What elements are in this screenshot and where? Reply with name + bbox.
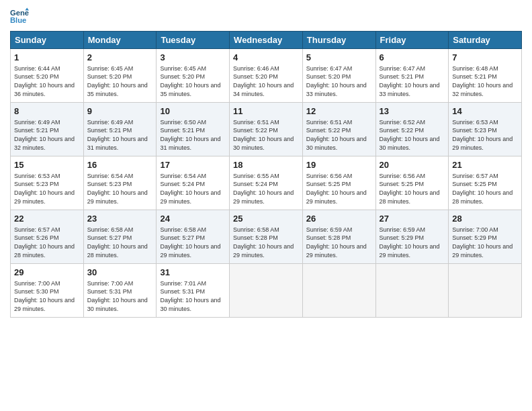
day-sunrise: Sunrise: 6:47 AM (380, 65, 426, 72)
day-sunrise: Sunrise: 6:46 AM (233, 65, 279, 72)
calendar-cell (375, 264, 449, 318)
day-sunrise: Sunrise: 6:45 AM (160, 65, 206, 72)
day-sunrise: Sunrise: 6:59 AM (380, 226, 426, 233)
week-row-2: 8Sunrise: 6:49 AMSunset: 5:21 PMDaylight… (11, 103, 522, 156)
day-number: 14 (452, 105, 518, 118)
day-number: 8 (14, 105, 80, 118)
day-daylight-label: Daylight: 10 hours and 36 minutes. (14, 82, 75, 97)
day-daylight-label: Daylight: 10 hours and 29 minutes. (306, 243, 367, 259)
day-number: 13 (380, 105, 445, 118)
weekday-header-row: SundayMondayTuesdayWednesdayThursdayFrid… (11, 32, 522, 49)
weekday-header-tuesday: Tuesday (157, 32, 230, 49)
day-sunset: Sunset: 5:31 PM (160, 288, 205, 295)
calendar-cell: 16Sunrise: 6:54 AMSunset: 5:23 PMDayligh… (83, 156, 157, 210)
day-sunrise: Sunrise: 6:48 AM (452, 65, 498, 72)
day-sunset: Sunset: 5:24 PM (233, 181, 278, 187)
day-daylight-label: Daylight: 10 hours and 29 minutes. (306, 189, 367, 205)
day-daylight-label: Daylight: 10 hours and 29 minutes. (14, 297, 75, 312)
day-number: 29 (14, 267, 80, 279)
day-daylight-label: Daylight: 10 hours and 29 minutes. (14, 189, 75, 205)
day-sunset: Sunset: 5:27 PM (160, 234, 205, 241)
calendar-cell: 10Sunrise: 6:50 AMSunset: 5:21 PMDayligh… (157, 103, 230, 156)
day-number: 1 (14, 52, 80, 64)
day-sunset: Sunset: 5:21 PM (87, 127, 132, 134)
calendar-page: General Blue SundayMondayTuesdayWednesda… (0, 0, 532, 411)
day-number: 21 (452, 159, 518, 171)
day-sunset: Sunset: 5:25 PM (306, 181, 351, 187)
day-number: 6 (380, 52, 445, 64)
day-daylight-label: Daylight: 10 hours and 30 minutes. (380, 136, 440, 151)
day-sunset: Sunset: 5:31 PM (87, 288, 132, 295)
day-daylight-label: Daylight: 10 hours and 31 minutes. (87, 136, 148, 151)
day-sunrise: Sunrise: 7:01 AM (160, 280, 206, 287)
day-sunset: Sunset: 5:25 PM (452, 181, 497, 187)
calendar-cell: 4Sunrise: 6:46 AMSunset: 5:20 PMDaylight… (230, 49, 303, 103)
week-row-4: 22Sunrise: 6:57 AMSunset: 5:26 PMDayligh… (11, 210, 522, 264)
day-sunset: Sunset: 5:21 PM (452, 73, 497, 80)
day-daylight-label: Daylight: 10 hours and 29 minutes. (233, 189, 294, 205)
day-daylight-label: Daylight: 10 hours and 32 minutes. (14, 136, 75, 151)
day-sunset: Sunset: 5:24 PM (160, 181, 205, 187)
calendar-cell: 29Sunrise: 7:00 AMSunset: 5:30 PMDayligh… (11, 264, 84, 318)
day-sunrise: Sunrise: 7:00 AM (14, 280, 60, 287)
svg-text:Blue: Blue (10, 16, 26, 24)
day-number: 9 (87, 105, 153, 118)
day-number: 31 (160, 267, 226, 279)
day-sunset: Sunset: 5:25 PM (380, 181, 425, 187)
day-sunset: Sunset: 5:21 PM (160, 127, 205, 134)
day-number: 22 (14, 213, 80, 225)
calendar-cell: 13Sunrise: 6:52 AMSunset: 5:22 PMDayligh… (375, 103, 449, 156)
day-number: 4 (233, 52, 299, 64)
day-number: 28 (452, 213, 518, 225)
day-sunset: Sunset: 5:23 PM (14, 181, 59, 187)
calendar-cell: 15Sunrise: 6:53 AMSunset: 5:23 PMDayligh… (11, 156, 84, 210)
day-number: 2 (87, 52, 153, 64)
day-sunrise: Sunrise: 6:47 AM (306, 65, 353, 72)
weekday-header-sunday: Sunday (11, 32, 84, 49)
calendar-cell: 2Sunrise: 6:45 AMSunset: 5:20 PMDaylight… (83, 49, 157, 103)
day-number: 20 (380, 159, 445, 171)
day-number: 10 (160, 105, 226, 118)
calendar-cell: 20Sunrise: 6:56 AMSunset: 5:25 PMDayligh… (375, 156, 449, 210)
calendar-cell: 17Sunrise: 6:54 AMSunset: 5:24 PMDayligh… (157, 156, 230, 210)
logo: General Blue (10, 7, 32, 26)
day-daylight-label: Daylight: 10 hours and 31 minutes. (160, 136, 220, 151)
day-sunset: Sunset: 5:29 PM (380, 234, 425, 241)
week-row-3: 15Sunrise: 6:53 AMSunset: 5:23 PMDayligh… (11, 156, 522, 210)
day-daylight-label: Daylight: 10 hours and 28 minutes. (87, 243, 148, 259)
day-sunset: Sunset: 5:20 PM (87, 73, 132, 80)
day-number: 18 (233, 159, 299, 171)
day-sunset: Sunset: 5:30 PM (14, 288, 59, 295)
day-number: 24 (160, 213, 226, 225)
day-number: 23 (87, 213, 153, 225)
day-daylight-label: Daylight: 10 hours and 29 minutes. (233, 243, 294, 259)
day-daylight-label: Daylight: 10 hours and 30 minutes. (306, 136, 367, 151)
day-daylight-label: Daylight: 10 hours and 33 minutes. (380, 82, 440, 97)
day-sunrise: Sunrise: 6:52 AM (380, 119, 426, 126)
day-daylight-label: Daylight: 10 hours and 35 minutes. (160, 82, 220, 97)
calendar-cell: 1Sunrise: 6:44 AMSunset: 5:20 PMDaylight… (11, 49, 84, 103)
calendar-cell (230, 264, 303, 318)
calendar-table: SundayMondayTuesdayWednesdayThursdayFrid… (10, 31, 522, 318)
day-sunset: Sunset: 5:22 PM (306, 127, 351, 134)
logo-icon: General Blue (10, 7, 29, 26)
day-sunset: Sunset: 5:22 PM (380, 127, 425, 134)
week-row-1: 1Sunrise: 6:44 AMSunset: 5:20 PMDaylight… (11, 49, 522, 103)
day-sunset: Sunset: 5:22 PM (233, 127, 278, 134)
day-sunset: Sunset: 5:23 PM (87, 181, 132, 187)
calendar-cell: 21Sunrise: 6:57 AMSunset: 5:25 PMDayligh… (449, 156, 522, 210)
day-number: 27 (380, 213, 445, 225)
day-daylight-label: Daylight: 10 hours and 33 minutes. (306, 82, 367, 97)
day-sunset: Sunset: 5:20 PM (14, 73, 59, 80)
calendar-cell: 5Sunrise: 6:47 AMSunset: 5:20 PMDaylight… (302, 49, 375, 103)
day-sunrise: Sunrise: 6:58 AM (233, 226, 279, 233)
day-sunset: Sunset: 5:23 PM (452, 127, 497, 134)
day-number: 15 (14, 159, 80, 171)
day-daylight-label: Daylight: 10 hours and 29 minutes. (452, 243, 513, 259)
day-sunrise: Sunrise: 6:44 AM (14, 65, 60, 72)
day-daylight-label: Daylight: 10 hours and 30 minutes. (233, 136, 294, 151)
day-daylight-label: Daylight: 10 hours and 29 minutes. (160, 189, 220, 205)
calendar-cell: 24Sunrise: 6:58 AMSunset: 5:27 PMDayligh… (157, 210, 230, 264)
day-daylight-label: Daylight: 10 hours and 28 minutes. (452, 189, 513, 205)
day-sunrise: Sunrise: 7:00 AM (452, 226, 498, 233)
